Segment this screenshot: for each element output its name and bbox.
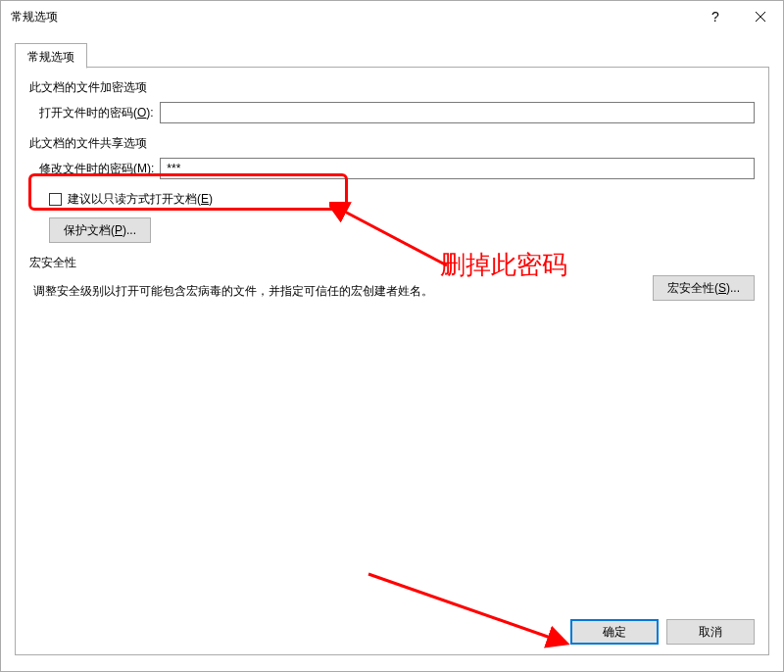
macro-security-button[interactable]: 宏安全性(S)... [653,275,755,301]
close-button[interactable] [738,1,783,32]
protect-document-button[interactable]: 保护文档(P)... [49,217,151,243]
readonly-label: 建议以只读方式打开文档(E) [68,191,213,208]
cancel-button[interactable]: 取消 [666,619,755,645]
open-password-input[interactable] [160,102,755,123]
encrypt-section-header: 此文档的文件加密选项 [29,79,755,96]
modify-password-label: 修改文件时的密码(M): [39,161,154,177]
window-title: 常规选项 [11,9,58,25]
macro-description: 调整安全级别以打开可能包含宏病毒的文件，并指定可信任的宏创建者姓名。 [33,283,433,300]
modify-password-input[interactable] [160,158,755,179]
ok-button[interactable]: 确定 [570,619,659,645]
readonly-checkbox[interactable] [49,193,62,206]
macro-section-header: 宏安全性 [29,255,755,271]
tab-general[interactable]: 常规选项 [15,43,87,69]
open-password-label: 打开文件时的密码(O): [39,105,154,121]
help-button[interactable]: ? [693,1,738,32]
share-section-header: 此文档的文件共享选项 [29,135,755,152]
